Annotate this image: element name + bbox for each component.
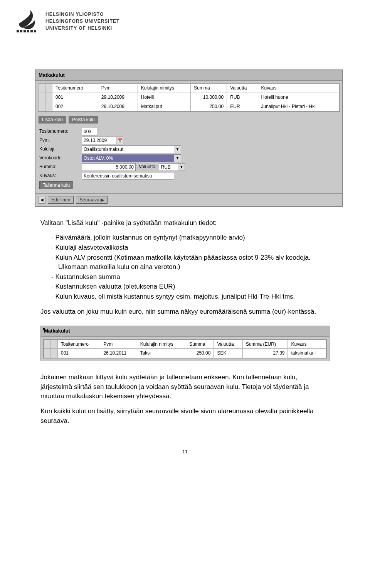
tositenumero-input[interactable] [82, 128, 97, 135]
screenshot-matkakulut-eur-table: ↖ Matkakulut Tositenumero Pvm Kululajin … [40, 326, 330, 361]
instruction-block-2: Jokainen matkaan liittyvä kulu syötetään… [40, 373, 330, 426]
svg-rect-2 [24, 30, 26, 32]
cursor-icon: ↖ [42, 326, 47, 334]
kululaji-select[interactable] [82, 145, 174, 153]
col-summa-eur: Summa (EUR) [242, 340, 288, 349]
row-handle[interactable] [39, 93, 45, 102]
logo-header: HELSINGIN YLIOPISTO HELSINGFORS UNIVERSI… [15, 8, 355, 35]
col-pvm: Pvm [100, 340, 137, 349]
col-kuvaus: Kuvaus [288, 340, 326, 349]
calendar-icon[interactable]: 📅 [116, 137, 123, 144]
table-header-row: Tositenumero Pvm Kululajin nimitys Summa… [39, 84, 340, 93]
row-handle[interactable] [45, 102, 52, 111]
col-tositenumero: Tositenumero [58, 340, 100, 349]
row-handle-header [39, 84, 45, 93]
next-button[interactable]: Seuraava ▶ [76, 196, 108, 204]
expense-table: Tositenumero Pvm Kululajin nimitys Summa… [38, 83, 340, 112]
add-expense-button[interactable]: Lisää kulu [39, 116, 66, 123]
row-handle-header [45, 84, 52, 93]
remove-expense-button[interactable]: Poista kulu [69, 116, 98, 123]
list-item: Kulun kuvaus, eli mistä kustannus syntyy… [58, 292, 330, 302]
row-handle-header [44, 340, 51, 349]
label-pvm: Pvm: [39, 137, 82, 144]
col-kululaji: Kululajin nimitys [138, 84, 191, 93]
cell-tosite: 001 [52, 93, 98, 102]
svg-rect-0 [17, 30, 19, 32]
panel-title: Matkakulut [35, 70, 342, 81]
svg-rect-4 [30, 30, 33, 32]
kuvaus-input[interactable] [82, 172, 174, 180]
intro-text: Valitaan "Lisää kulu" -painike ja syötet… [40, 218, 330, 228]
row-handle[interactable] [51, 349, 58, 358]
uni-line-2: HELSINGFORS UNIVERSITET [45, 18, 119, 25]
cell-kuvaus: taksimatka l [288, 349, 326, 358]
table-row[interactable]: 001 29.10.2009 Hotelli 10.000,00 RUB Hot… [39, 93, 340, 102]
pvm-input[interactable] [82, 137, 116, 144]
instruction-block-1: Valitaan "Lisää kulu" -painike ja syötet… [40, 218, 330, 317]
cell-valuutta: EUR [227, 102, 258, 111]
list-item: Päivämäärä, jolloin kustannus on syntyny… [58, 233, 330, 243]
col-summa: Summa [186, 340, 214, 349]
cell-kuvaus: Hotelli huone [258, 93, 339, 102]
col-valuutta: Valuutta [227, 84, 258, 93]
chevron-down-icon[interactable]: ▼ [174, 145, 181, 153]
summa-input[interactable] [82, 163, 136, 171]
previous-button[interactable]: Edellinen [48, 196, 74, 204]
university-name: HELSINGIN YLIOPISTO HELSINGFORS UNIVERSI… [45, 11, 119, 32]
scroll-left-icon[interactable]: ◀ [39, 196, 45, 204]
svg-rect-1 [20, 30, 22, 32]
cell-kululaji: Hotelli [138, 93, 191, 102]
svg-rect-5 [34, 30, 36, 32]
label-summa: Summa: [39, 164, 82, 170]
save-expense-button[interactable]: Tallenna kulu [39, 181, 73, 189]
label-kuvaus: Kuvaus: [39, 172, 82, 179]
svg-rect-3 [27, 30, 29, 32]
chevron-down-icon[interactable]: ▼ [174, 154, 181, 162]
row-handle[interactable] [44, 349, 51, 358]
list-item: Kulun ALV prosentti (Kotimaan matkoilla … [58, 253, 330, 272]
cell-summa: 10.000,00 [191, 93, 227, 102]
col-valuutta: Valuutta [214, 340, 242, 349]
col-kuvaus: Kuvaus [258, 84, 339, 93]
screenshot-matkakulut-form: Matkakulut Tositenumero Pvm Kululajin ni… [35, 69, 343, 207]
cell-summa-eur: 27,39 [242, 349, 288, 358]
label-tositenumero: Tositenumero: [39, 128, 82, 135]
expense-form: Tositenumero: Pvm: 📅 Kululaji: ▼ Verokoo… [35, 125, 342, 193]
row-handle[interactable] [45, 93, 52, 102]
expense-table-eur: Tositenumero Pvm Kululajin nimitys Summa… [43, 339, 327, 359]
flame-icon [15, 8, 39, 35]
cell-pvm: 26.10.2011 [100, 349, 137, 358]
verokoodi-select[interactable] [82, 154, 174, 162]
valuutta-select[interactable] [159, 163, 178, 171]
cell-tosite: 001 [58, 349, 100, 358]
table-row[interactable]: 002 29.10.2009 Matkaliput 250,00 EUR Jun… [39, 102, 340, 111]
currency-note: Jos valuutta on joku muu kuin euro, niin… [40, 307, 330, 317]
row-handle[interactable] [39, 102, 45, 111]
chevron-down-icon[interactable]: ▼ [178, 163, 185, 171]
panel-title: ↖ Matkakulut [41, 326, 329, 336]
list-item: Kustannuksen valuutta (oletuksena EUR) [58, 282, 330, 292]
save-note: Jokainen matkaan liittyvä kulu syötetään… [40, 373, 330, 401]
col-kululaji: Kululajin nimitys [137, 340, 186, 349]
uni-line-1: HELSINGIN YLIOPISTO [45, 11, 119, 18]
label-valuutta: Valuutta: [139, 164, 156, 170]
cell-summa: 250,00 [191, 102, 227, 111]
next-note: Kun kaikki kulut on lisätty, siirrytään … [40, 407, 330, 426]
cell-kululaji: Taksi [137, 349, 186, 358]
cell-kuvaus: Junaliput Hki - Pietari - Hki [258, 102, 339, 111]
label-verokoodi: Verokoodi: [39, 155, 82, 161]
col-summa: Summa [191, 84, 227, 93]
col-pvm: Pvm [98, 84, 138, 93]
instruction-list: Päivämäärä, jolloin kustannus on syntyny… [51, 233, 330, 301]
table-row[interactable]: 001 26.10.2011 Taksi 250,00 SEK 27,39 ta… [44, 349, 326, 358]
cell-summa: 250,00 [186, 349, 214, 358]
cell-pvm: 29.10.2009 [98, 102, 138, 111]
list-item: Kululaji alasvetovalikosta [58, 243, 330, 253]
cell-pvm: 29.10.2009 [98, 93, 138, 102]
label-kululaji: Kululaji: [39, 146, 82, 152]
page-number: 11 [15, 449, 355, 455]
cell-valuutta: RUB [227, 93, 258, 102]
list-item: Kustannuksen summa [58, 272, 330, 282]
table-header-row: Tositenumero Pvm Kululajin nimitys Summa… [44, 340, 326, 349]
row-handle-header [51, 340, 58, 349]
